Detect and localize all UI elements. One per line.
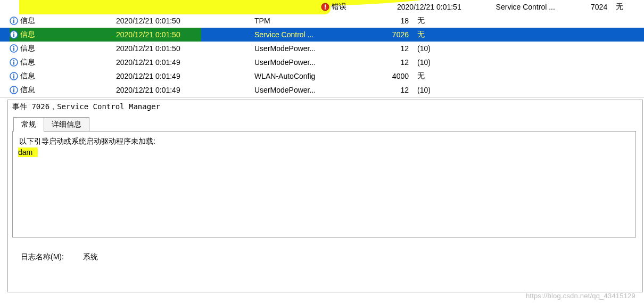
log-name-label: 日志名称(M): (21, 252, 64, 262)
cell-event-id: 7024 (591, 3, 613, 11)
cell-date: 2020/12/21 0:01:49 (116, 58, 254, 67)
info-icon (10, 17, 18, 25)
cell-event-id: 7026 (387, 30, 414, 39)
svg-rect-7 (13, 32, 14, 34)
highlight-marker (19, 0, 331, 14)
tab-details[interactable]: 详细信息 (44, 117, 89, 132)
event-row[interactable]: 信息2020/12/21 0:01:50UserModePower...12(1… (0, 42, 644, 55)
event-row[interactable]: 信息2020/12/21 0:01:49UserModePower...12(1… (0, 83, 644, 97)
log-name-value: 系统 (83, 252, 98, 262)
svg-rect-2 (325, 9, 326, 10)
cell-level-text: 信息 (20, 16, 35, 26)
info-icon (10, 58, 18, 67)
svg-rect-19 (13, 88, 14, 89)
cell-category: 无 (613, 2, 644, 12)
cell-source: UserModePower... (254, 58, 387, 67)
cell-category: (10) (414, 58, 457, 67)
cell-source: Service Control ... (496, 3, 591, 11)
svg-rect-20 (13, 89, 14, 93)
cell-category: 无 (414, 30, 457, 39)
svg-rect-10 (13, 46, 14, 47)
cell-date: 2020/12/21 0:01:50 (116, 30, 254, 39)
event-details-title: 事件 7026，Service Control Manager (8, 100, 642, 114)
cell-level-text: 信息 (20, 30, 35, 39)
cell-source: TPM (254, 17, 387, 25)
svg-rect-13 (13, 60, 14, 61)
cell-level: 错误 (321, 2, 397, 12)
cell-category: 无 (414, 71, 457, 81)
event-message-line2: dam (18, 148, 38, 157)
cell-event-id: 4000 (387, 72, 414, 80)
svg-rect-16 (13, 74, 14, 75)
cell-event-id: 12 (387, 44, 414, 53)
cell-level-text: 信息 (20, 44, 35, 53)
cell-event-id: 12 (387, 58, 414, 67)
cell-category: (10) (414, 86, 457, 94)
svg-rect-1 (325, 5, 326, 8)
details-tabs: 常规 详细信息 (11, 117, 642, 132)
cell-level-text: 信息 (20, 85, 35, 95)
info-icon (10, 72, 18, 80)
cell-source: UserModePower... (254, 44, 387, 53)
event-message-line1: 以下引导启动或系统启动驱动程序未加载: (19, 137, 629, 146)
cell-level: 信息 (10, 30, 116, 39)
cell-date: 2020/12/21 0:01:51 (397, 3, 496, 11)
cell-level-text: 信息 (20, 71, 35, 81)
info-icon (10, 44, 18, 53)
cell-level-text: 错误 (332, 2, 346, 12)
cell-event-id: 18 (387, 17, 414, 25)
cell-date: 2020/12/21 0:01:50 (116, 44, 254, 53)
event-row[interactable]: 错误2020/12/21 0:01:51Service Control ...7… (0, 0, 644, 14)
cell-level: 信息 (10, 85, 116, 95)
cell-level-text: 信息 (20, 58, 35, 67)
info-icon (10, 30, 18, 39)
event-row[interactable]: 信息2020/12/21 0:01:49UserModePower...12(1… (0, 55, 644, 69)
cell-level: 信息 (10, 58, 116, 67)
svg-rect-17 (13, 76, 14, 79)
event-details-panel: 事件 7026，Service Control Manager 常规 详细信息 … (7, 100, 643, 292)
cell-category: (10) (414, 44, 457, 53)
event-list[interactable]: 错误2020/12/21 0:01:51Service Control ...7… (0, 0, 644, 97)
event-row[interactable]: 信息2020/12/21 0:01:50Service Control ...7… (0, 28, 644, 42)
cell-level: 信息 (10, 71, 116, 81)
svg-rect-5 (13, 20, 14, 23)
cell-level: 信息 (10, 16, 116, 26)
svg-rect-8 (13, 34, 14, 37)
cell-source: WLAN-AutoConfig (254, 72, 387, 80)
cell-category: 无 (414, 16, 457, 26)
svg-rect-11 (13, 48, 14, 51)
cell-date: 2020/12/21 0:01:49 (116, 86, 254, 94)
cell-date: 2020/12/21 0:01:49 (116, 72, 254, 80)
watermark-text: https://blog.csdn.net/qq_43415129 (526, 292, 635, 300)
cell-date: 2020/12/21 0:01:50 (116, 17, 254, 25)
info-icon (10, 86, 18, 94)
svg-rect-14 (13, 62, 14, 65)
tab-general-body: 以下引导启动或系统启动驱动程序未加载: dam (12, 131, 636, 238)
event-row[interactable]: 信息2020/12/21 0:01:50TPM18无 (0, 14, 644, 28)
svg-rect-4 (13, 19, 14, 20)
log-name-row: 日志名称(M): 系统 (21, 252, 642, 262)
error-icon (321, 3, 329, 11)
cell-source: UserModePower... (254, 86, 387, 94)
tab-general[interactable]: 常规 (13, 117, 44, 132)
cell-event-id: 12 (387, 86, 414, 94)
cell-source: Service Control ... (254, 30, 387, 39)
cell-level: 信息 (10, 44, 116, 53)
event-row[interactable]: 信息2020/12/21 0:01:49WLAN-AutoConfig4000无 (0, 69, 644, 83)
